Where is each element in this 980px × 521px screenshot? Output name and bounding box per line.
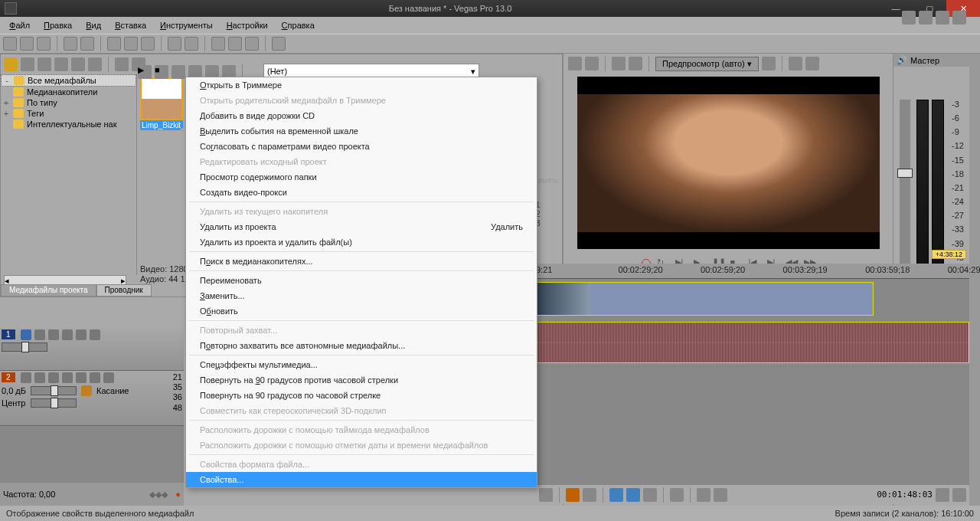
ctx-item[interactable]: Повернуть на 90 градусов против часовой … <box>186 372 537 388</box>
more2-icon[interactable] <box>103 372 114 383</box>
media-thumb[interactable]: Limp_Bizkit_e_Ey <box>140 77 183 130</box>
video-clip[interactable] <box>536 282 874 316</box>
scope-icon[interactable] <box>629 57 642 70</box>
copy-frame-icon[interactable] <box>789 57 802 70</box>
timeline[interactable]: +4:38:12 9:2100:02:29;2000:02:59;2000:03… <box>536 264 969 484</box>
ctx-item[interactable]: Удалить из проектаУдалить <box>186 219 537 234</box>
quantize-icon[interactable] <box>643 488 657 502</box>
mute-icon[interactable] <box>62 329 73 340</box>
fade-icon[interactable] <box>714 488 727 502</box>
context-menu[interactable]: Открыть в ТриммереОткрыть родительский м… <box>185 77 537 488</box>
bus-icon[interactable] <box>919 11 933 25</box>
dim-icon[interactable] <box>952 11 966 25</box>
autosave-icon[interactable] <box>245 37 259 51</box>
snap-tool-icon[interactable] <box>609 488 623 502</box>
ctx-item[interactable]: Открыть в Триммере <box>186 77 537 93</box>
props-icon[interactable] <box>64 37 77 51</box>
ctx-item[interactable]: Переименовать <box>186 273 537 288</box>
insert-icon[interactable] <box>936 11 949 25</box>
record-dot-icon[interactable]: ● <box>175 490 181 499</box>
more-icon[interactable] <box>90 329 100 340</box>
preview-quality-dropdown[interactable]: Предпросмотр (авто) ▾ <box>655 57 759 71</box>
tab-explorer[interactable]: Проводник <box>96 284 152 297</box>
region-icon[interactable] <box>583 488 596 502</box>
menu-вставка[interactable]: Вставка <box>109 19 152 31</box>
save-frame-icon[interactable] <box>805 57 819 70</box>
ctx-item[interactable]: Обновить <box>186 303 537 319</box>
mute2-icon[interactable] <box>62 372 73 383</box>
edit-tool-icon[interactable] <box>539 488 553 502</box>
fx2-icon[interactable] <box>34 372 45 383</box>
open-icon[interactable] <box>20 37 34 51</box>
pan-method[interactable]: Касание <box>96 386 129 395</box>
ctx-item[interactable]: Создать видео-прокси <box>186 185 537 200</box>
ctx-item[interactable]: Согласовать с параметрами видео проекта <box>186 139 537 154</box>
ctx-item[interactable]: Добавить в виде дорожки CD <box>186 108 537 123</box>
new-icon[interactable] <box>3 37 17 51</box>
audio-icon[interactable] <box>21 372 31 383</box>
tab-project-media[interactable]: Медиафайлы проекта <box>1 284 96 297</box>
zoom-in-icon[interactable] <box>936 488 949 502</box>
tree-item[interactable]: -Все медиафайлы <box>1 74 136 87</box>
motion-icon[interactable] <box>48 329 59 340</box>
solo2-icon[interactable] <box>76 372 87 383</box>
marker-icon[interactable] <box>566 488 580 502</box>
capture-icon[interactable] <box>21 57 34 71</box>
ctx-item[interactable]: Свойства... <box>186 472 537 487</box>
menu-вид[interactable]: Вид <box>80 19 107 31</box>
menu-файл[interactable]: Файл <box>3 19 36 31</box>
ctx-item[interactable]: Удалить из проекта и удалить файл(ы) <box>186 234 537 250</box>
audio-track-header[interactable]: 2 21 35 36 48 <box>0 371 184 426</box>
ctx-item[interactable]: Заменить... <box>186 288 537 303</box>
copy-icon[interactable] <box>124 37 138 51</box>
video-track-header[interactable]: 1 <box>0 328 184 371</box>
snap-icon[interactable] <box>211 37 225 51</box>
menu-настройки[interactable]: Настройки <box>220 19 274 31</box>
stop-icon[interactable]: ■ <box>155 65 168 79</box>
auto-icon[interactable] <box>48 372 59 383</box>
ext-monitor-icon[interactable] <box>568 57 582 70</box>
overlay-icon[interactable] <box>762 57 776 70</box>
tree-item[interactable]: Интеллектуальные нак <box>1 119 136 129</box>
vol-slider[interactable] <box>31 386 77 395</box>
import-icon[interactable] <box>4 57 18 71</box>
undo-icon[interactable] <box>168 37 181 51</box>
paste-icon[interactable] <box>141 37 155 51</box>
fx-chain-icon[interactable] <box>612 57 626 70</box>
save-icon[interactable] <box>37 37 51 51</box>
zoom-out-icon[interactable] <box>952 488 966 502</box>
media-tree[interactable]: -Все медиафайлы Медианакопители+По типу+… <box>1 74 137 275</box>
solo-icon[interactable] <box>76 329 87 340</box>
split-icon[interactable] <box>585 57 599 70</box>
ctx-item[interactable]: Поиск в медианакопителях... <box>186 254 537 269</box>
fx-icon[interactable] <box>34 329 45 340</box>
time-ruler[interactable]: 9:2100:02:29;2000:02:59;2000:03:29;1900:… <box>536 264 969 279</box>
pan-slider[interactable] <box>31 398 77 408</box>
tree-item[interactable]: +Теги <box>1 108 136 119</box>
tree-item[interactable]: +По типу <box>1 97 136 108</box>
help-icon[interactable] <box>272 37 286 51</box>
audio-clip[interactable] <box>536 322 969 363</box>
master-fader[interactable] <box>900 100 910 276</box>
zoom-icon[interactable] <box>88 57 102 71</box>
web-icon[interactable] <box>54 57 68 71</box>
tree-item[interactable]: Медианакопители <box>1 87 136 97</box>
video-icon[interactable] <box>21 329 31 340</box>
link-icon[interactable] <box>670 488 684 502</box>
menu-справка[interactable]: Справка <box>276 19 321 31</box>
phase-icon[interactable] <box>90 372 100 383</box>
remove-icon[interactable] <box>71 57 85 71</box>
level-slider[interactable] <box>2 342 47 352</box>
cut-icon[interactable] <box>107 37 121 51</box>
play-icon[interactable]: ▶ <box>138 65 152 79</box>
render-icon[interactable] <box>80 37 94 51</box>
ctx-item[interactable]: Просмотр содержимого папки <box>186 169 537 185</box>
cd-icon[interactable] <box>38 57 51 71</box>
ripple2-icon[interactable] <box>697 488 710 502</box>
delete-icon[interactable] <box>115 57 129 71</box>
menu-инструменты[interactable]: Инструменты <box>154 19 219 31</box>
ctx-item[interactable]: Повернуть на 90 градусов по часовой стре… <box>186 388 537 403</box>
ctx-item[interactable]: Повторно захватить все автономные медиаф… <box>186 338 537 353</box>
speed-marker-icon[interactable]: ◆◆◆ <box>149 490 168 500</box>
grid-icon[interactable] <box>626 488 640 502</box>
